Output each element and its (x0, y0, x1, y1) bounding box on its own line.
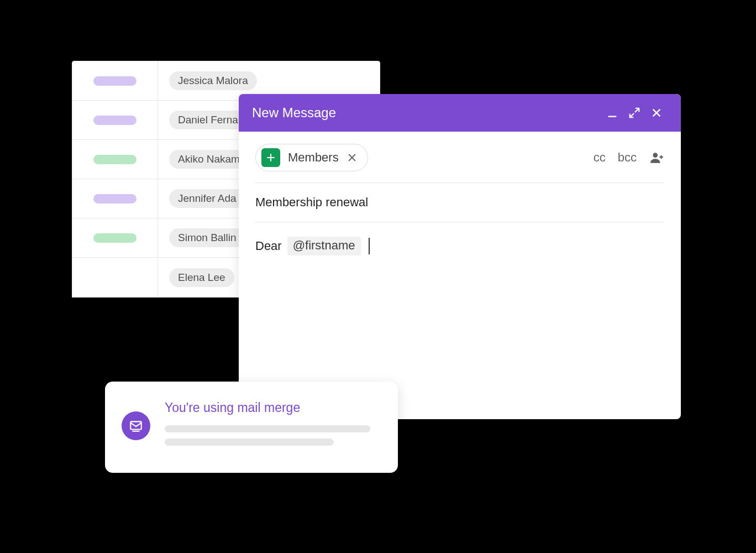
contact-chip[interactable]: Jennifer Ada (169, 189, 245, 208)
compose-window: New Message Members (239, 94, 681, 419)
minimize-icon (606, 107, 618, 119)
sheets-icon (261, 148, 280, 167)
notice-title: You're using mail merge (165, 400, 381, 415)
mail-merge-icon (122, 411, 150, 440)
person-add-icon (650, 150, 664, 165)
status-pill (93, 76, 136, 86)
contact-chip[interactable]: Simon Ballin (169, 228, 245, 247)
close-button[interactable] (645, 102, 668, 124)
expand-button[interactable] (623, 102, 645, 124)
close-icon (650, 107, 663, 119)
merge-tag[interactable]: @firstname (287, 237, 361, 255)
minimize-button[interactable] (601, 102, 623, 124)
status-cell (72, 258, 158, 297)
subject-input[interactable]: Membership renewal (255, 183, 664, 222)
text-cursor (369, 238, 370, 254)
status-cell (72, 140, 158, 179)
status-pill (93, 116, 136, 125)
mail-merge-notice: You're using mail merge (105, 382, 398, 473)
status-pill (93, 194, 136, 204)
status-pill (93, 233, 136, 243)
placeholder-line (165, 425, 370, 432)
cc-button[interactable]: cc (594, 150, 606, 165)
contact-chip[interactable]: Daniel Ferna (169, 111, 247, 129)
contact-chip[interactable]: Jessica Malora (169, 71, 257, 90)
close-icon (347, 152, 358, 163)
svg-point-1 (653, 153, 658, 158)
status-pill (93, 155, 136, 164)
remove-recipient-button[interactable] (347, 152, 358, 163)
notice-body: You're using mail merge (165, 400, 381, 452)
compose-header: New Message (239, 94, 681, 132)
status-cell (72, 101, 158, 139)
add-recipient-button[interactable] (650, 150, 664, 165)
recipient-label: Members (288, 150, 339, 165)
body-text: Dear (255, 239, 282, 253)
expand-icon (628, 107, 641, 119)
svg-rect-2 (130, 421, 141, 429)
status-cell (72, 61, 158, 100)
placeholder-line (165, 439, 334, 446)
svg-rect-0 (608, 116, 617, 117)
contact-chip[interactable]: Akiko Nakam (169, 150, 249, 169)
bcc-button[interactable]: bcc (618, 150, 637, 165)
recipient-chip[interactable]: Members (255, 144, 368, 171)
message-body[interactable]: Dear @firstname (255, 222, 664, 270)
compose-title: New Message (252, 105, 601, 121)
recipients-row[interactable]: Members cc bcc (255, 132, 664, 183)
status-cell (72, 179, 158, 218)
contact-chip[interactable]: Elena Lee (169, 268, 234, 287)
status-cell (72, 218, 158, 257)
